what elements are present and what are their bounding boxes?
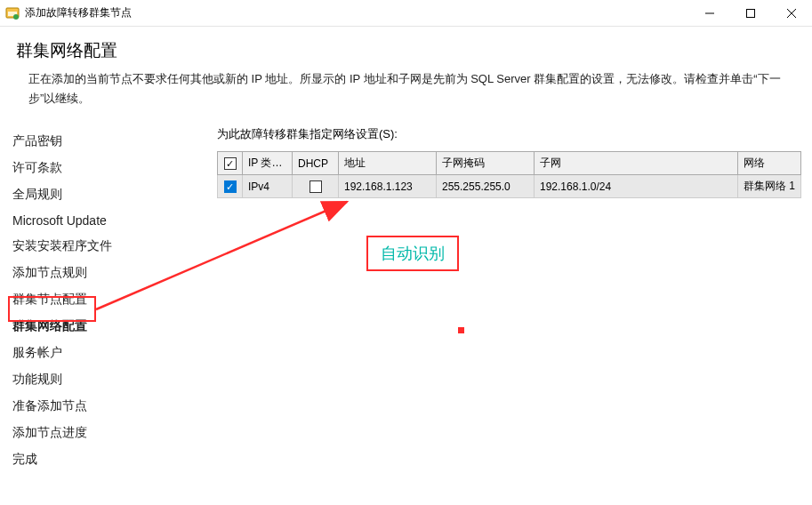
col-dhcp[interactable]: DHCP <box>293 152 339 175</box>
page-title: 群集网络配置 <box>16 39 787 62</box>
cell-mask: 255.255.255.0 <box>437 175 535 198</box>
col-check[interactable] <box>218 152 243 175</box>
sidebar-item[interactable]: 安装安装程序文件 <box>12 233 196 260</box>
minimize-button[interactable] <box>689 0 730 27</box>
close-button[interactable] <box>771 0 812 27</box>
app-icon <box>5 6 20 20</box>
sidebar-item[interactable]: 许可条款 <box>12 155 196 181</box>
cell-subnet: 192.168.1.0/24 <box>535 175 738 198</box>
row-checkbox[interactable] <box>224 180 237 193</box>
sidebar-item[interactable]: 准备添加节点 <box>12 393 196 420</box>
maximize-button[interactable] <box>730 0 771 27</box>
titlebar: 添加故障转移群集节点 <box>0 0 812 27</box>
sidebar-item[interactable]: 添加节点进度 <box>12 420 196 446</box>
cell-network: 群集网络 1 <box>737 175 800 198</box>
sidebar-item[interactable]: 服务帐户 <box>12 340 196 366</box>
table-header-row: IP 类… DHCP 地址 子网掩码 子网 网络 <box>218 152 801 175</box>
sidebar-item[interactable]: 群集网络配置 <box>12 313 196 340</box>
sidebar-item[interactable]: 群集节点配置 <box>12 286 196 313</box>
col-ip-type[interactable]: IP 类… <box>243 152 293 175</box>
network-table: IP 类… DHCP 地址 子网掩码 子网 网络 IPv4 192.168.1.… <box>217 151 801 198</box>
cell-ip-type: IPv4 <box>243 175 293 198</box>
header: 群集网络配置 正在添加的当前节点不要求任何其他或新的 IP 地址。所显示的 IP… <box>0 27 812 117</box>
window-controls <box>689 0 812 27</box>
table-row[interactable]: IPv4 192.168.1.123 255.255.255.0 192.168… <box>218 175 801 198</box>
page-description: 正在添加的当前节点不要求任何其他或新的 IP 地址。所显示的 IP 地址和子网是… <box>28 69 787 108</box>
col-subnet[interactable]: 子网 <box>535 152 738 175</box>
col-network[interactable]: 网络 <box>737 152 800 175</box>
right-pane: 为此故障转移群集指定网络设置(S): IP 类… DHCP 地址 子网掩码 子网… <box>196 126 801 473</box>
row-checkbox-cell[interactable] <box>218 175 243 198</box>
header-checkbox[interactable] <box>224 157 237 170</box>
col-mask[interactable]: 子网掩码 <box>437 152 535 175</box>
col-address[interactable]: 地址 <box>339 152 437 175</box>
sidebar-item[interactable]: 完成 <box>12 446 196 473</box>
cell-dhcp[interactable] <box>293 175 339 198</box>
window-title: 添加故障转移群集节点 <box>25 5 689 20</box>
svg-point-2 <box>13 14 19 20</box>
sidebar: 产品密钥许可条款全局规则Microsoft Update安装安装程序文件添加节点… <box>12 126 196 473</box>
sidebar-item[interactable]: 全局规则 <box>12 181 196 208</box>
svg-rect-4 <box>747 9 755 17</box>
cell-address: 192.168.1.123 <box>339 175 437 198</box>
section-label: 为此故障转移群集指定网络设置(S): <box>217 126 801 142</box>
dhcp-checkbox[interactable] <box>310 180 322 193</box>
sidebar-item[interactable]: 添加节点规则 <box>12 260 196 286</box>
sidebar-item[interactable]: Microsoft Update <box>12 208 196 233</box>
main-content: 产品密钥许可条款全局规则Microsoft Update安装安装程序文件添加节点… <box>0 117 812 473</box>
sidebar-item[interactable]: 产品密钥 <box>12 128 196 155</box>
sidebar-item[interactable]: 功能规则 <box>12 366 196 393</box>
